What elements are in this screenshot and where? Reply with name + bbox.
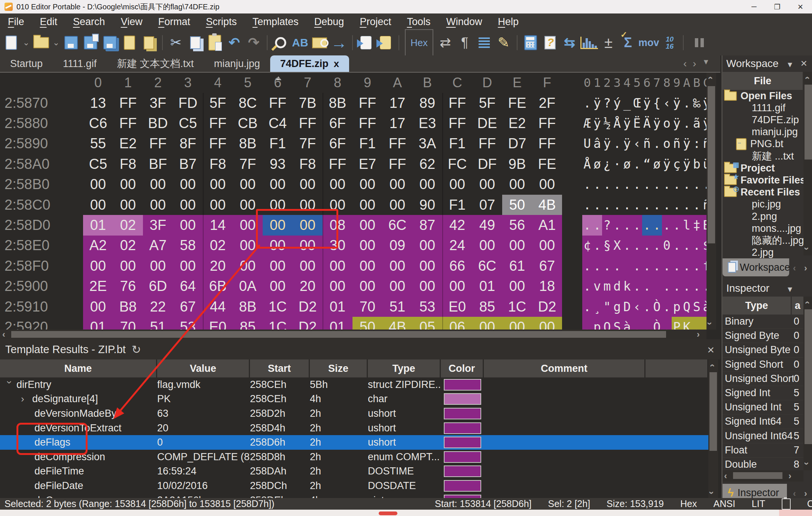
compare-files-icon[interactable]: ⇆	[561, 32, 579, 53]
ascii-char[interactable]: .	[642, 297, 652, 317]
status-hex-toggle[interactable]: Hex	[680, 498, 697, 509]
ascii-char[interactable]: .	[702, 276, 706, 297]
hex-byte[interactable]: 58	[173, 236, 203, 256]
goto-icon[interactable]: →	[330, 32, 348, 53]
color-swatch[interactable]	[444, 465, 481, 477]
hex-byte[interactable]: C5	[83, 154, 113, 174]
column-header-type[interactable]: Type	[368, 359, 441, 377]
tab-close-icon[interactable]: x	[334, 58, 339, 70]
workspace-item-74DFE.zip[interactable]: 74DFE.zip	[752, 114, 799, 126]
hex-horizontal-scrollbar[interactable]: ‹ ›	[0, 330, 706, 339]
hex-byte[interactable]: 1C	[263, 317, 293, 330]
ascii-char[interactable]: p	[672, 297, 682, 317]
ascii-char[interactable]: ñ	[642, 134, 652, 154]
ascii-char[interactable]: .	[682, 113, 692, 133]
hex-byte[interactable]: DF	[472, 154, 502, 174]
tab-74DFE.zip[interactable]: 74DFE.zipx	[270, 55, 349, 72]
hex-byte[interactable]: 00	[532, 236, 562, 256]
inspector-menu-icon[interactable]: ▾	[788, 284, 792, 294]
ascii-char[interactable]: .	[692, 174, 702, 195]
ascii-char[interactable]: ÿ	[602, 134, 612, 154]
ascii-char[interactable]: .	[642, 174, 652, 195]
hex-byte[interactable]: 7B	[293, 93, 323, 113]
workspace-item-新建 ...txt[interactable]: 新建 ...txt	[752, 150, 794, 162]
hex-byte[interactable]: 51	[143, 317, 173, 330]
hex-byte[interactable]: F8	[293, 154, 323, 174]
import-export-icon[interactable]: ⇄	[436, 32, 454, 53]
hex-byte[interactable]: 00	[532, 174, 562, 195]
scroll-down-icon[interactable]: ›	[705, 322, 714, 325]
scroll-up-icon[interactable]: ›	[707, 364, 716, 367]
hex-byte[interactable]: 67	[173, 297, 203, 317]
ascii-char[interactable]: .	[692, 195, 702, 215]
hex-byte[interactable]: 00	[233, 256, 263, 276]
inspector-row-unsigned-int64[interactable]: Unsigned Int645	[723, 429, 803, 443]
hex-byte[interactable]: FF	[442, 93, 472, 113]
hex-byte[interactable]: CB	[233, 113, 263, 133]
hex-byte[interactable]: 85	[233, 317, 263, 330]
close-file-icon[interactable]	[120, 32, 138, 53]
template-row-deVersionToExtract[interactable]: deVersionToExtract20258D4h2hushort	[0, 421, 708, 435]
hex-byte[interactable]: FF	[113, 93, 143, 113]
ascii-char[interactable]: ‹	[632, 134, 642, 154]
hex-byte[interactable]: 00	[293, 256, 323, 276]
ascii-char[interactable]: .	[642, 195, 652, 215]
ascii-char[interactable]: .	[642, 317, 652, 330]
color-swatch[interactable]	[444, 422, 481, 434]
color-swatch[interactable]	[444, 495, 481, 498]
hex-byte[interactable]: 00	[203, 174, 233, 195]
ascii-char[interactable]: .	[622, 195, 632, 215]
hex-byte[interactable]: 00	[263, 256, 293, 276]
menu-item-search[interactable]: Search	[65, 16, 113, 28]
hex-byte[interactable]: 00	[382, 276, 412, 297]
ascii-char[interactable]: ÿ	[592, 113, 602, 133]
color-swatch[interactable]	[444, 451, 481, 463]
hex-byte[interactable]: 67	[532, 256, 562, 276]
ascii-char[interactable]: ÿ	[682, 134, 692, 154]
hex-byte[interactable]: E2	[502, 113, 532, 133]
ascii-char[interactable]: .	[612, 195, 622, 215]
inspector-row-unsigned-short[interactable]: Unsigned Short0	[723, 372, 803, 386]
hex-byte[interactable]: 2E	[83, 276, 113, 297]
ascii-char[interactable]: .	[662, 297, 672, 317]
ascii-char[interactable]: .	[672, 215, 682, 235]
hex-byte[interactable]: 7F	[233, 154, 263, 174]
hex-byte[interactable]: 51	[382, 297, 412, 317]
show-whitespace-icon[interactable]: ¶	[456, 32, 474, 53]
hex-byte[interactable]: 3F	[143, 215, 173, 235]
paste-icon[interactable]	[206, 32, 224, 53]
ascii-char[interactable]: ?	[602, 93, 612, 113]
hex-byte[interactable]: 20	[203, 256, 233, 276]
color-swatch[interactable]	[444, 408, 481, 419]
ascii-char[interactable]: :	[692, 134, 702, 154]
hex-byte[interactable]: FF	[382, 154, 412, 174]
menu-item-edit[interactable]: Edit	[32, 16, 65, 28]
hex-byte[interactable]: 70	[352, 297, 382, 317]
ascii-char[interactable]: Ë	[632, 113, 642, 133]
ascii-char[interactable]: Å	[582, 154, 592, 174]
template-row-deCrc[interactable]: deCrc2A2A156h258DEh4huint	[0, 493, 708, 498]
ascii-char[interactable]: .	[682, 93, 692, 113]
redo-icon[interactable]: ↷	[245, 32, 263, 53]
hex-byte[interactable]: 55	[83, 134, 113, 154]
hex-byte[interactable]: FF	[382, 134, 412, 154]
hex-byte[interactable]: 06	[442, 317, 472, 330]
hex-byte[interactable]: 1C	[502, 297, 532, 317]
scroll-left-icon[interactable]: ‹	[724, 471, 727, 480]
hex-byte[interactable]: 00	[412, 174, 442, 195]
ascii-char[interactable]: .	[692, 276, 702, 297]
menu-item-help[interactable]: Help	[490, 16, 526, 28]
ascii-char[interactable]: .	[642, 256, 652, 276]
ascii-char[interactable]: Œ	[632, 93, 642, 113]
hex-byte[interactable]: 8F	[173, 134, 203, 154]
hex-byte[interactable]: 66	[442, 256, 472, 276]
hex-byte[interactable]: 00	[502, 236, 532, 256]
ascii-char[interactable]: ÿ	[682, 154, 692, 174]
hex-byte[interactable]: 02	[113, 236, 143, 256]
hex-byte[interactable]: 14	[203, 215, 233, 235]
hex-byte[interactable]: E7	[352, 154, 382, 174]
ascii-char[interactable]	[652, 276, 662, 297]
maximize-button[interactable]: ❐	[766, 0, 789, 13]
histogram-icon[interactable]	[580, 32, 598, 53]
hex-byte[interactable]: BD	[143, 113, 173, 133]
